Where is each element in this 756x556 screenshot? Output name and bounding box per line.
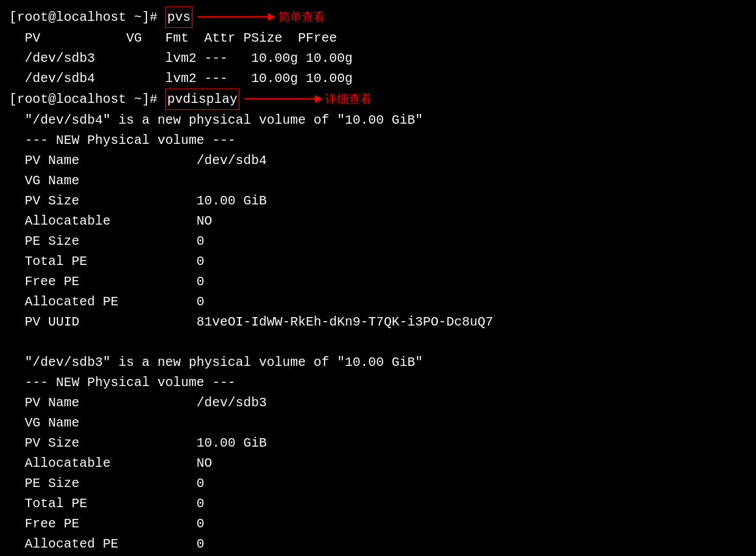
pvs-sdb4-text: /dev/sdb4 lvm2 --- 10.00g 10.00g xyxy=(9,68,353,89)
sdb4-header-line: "/dev/sdb4" is a new physical volume of … xyxy=(9,110,747,130)
sdb3-free-pe-text: Free PE 0 xyxy=(9,514,204,534)
pvs-header: PV VG Fmt Attr PSize PFree xyxy=(9,28,747,48)
sdb4-pv-name-line: PV Name /dev/sdb4 xyxy=(9,150,747,171)
sdb3-pv-size-line: PV Size 10.00 GiB xyxy=(9,433,747,453)
prompt-1: [root@localhost ~]# xyxy=(9,7,165,27)
empty-line-1 xyxy=(9,332,747,352)
sdb3-allocatable-line: Allocatable NO xyxy=(9,453,747,473)
command-line-pvdisplay: [root@localhost ~]# pvdisplay 详细查看 xyxy=(9,89,747,110)
sdb3-free-pe-line: Free PE 0 xyxy=(9,514,747,534)
sdb4-pe-size-text: PE Size 0 xyxy=(9,231,204,251)
pvs-sdb4: /dev/sdb4 lvm2 --- 10.00g 10.00g xyxy=(9,68,747,89)
sdb4-vg-name-text: VG Name xyxy=(9,171,79,191)
sdb4-vg-name-line: VG Name xyxy=(9,171,747,191)
annotation-simple: 简单查看 xyxy=(278,8,325,27)
sdb3-header-line: "/dev/sdb3" is a new physical volume of … xyxy=(9,352,747,372)
pvs-sdb3-text: /dev/sdb3 lvm2 --- 10.00g 10.00g xyxy=(9,48,353,68)
sdb4-free-pe-line: Free PE 0 xyxy=(9,271,747,292)
sdb4-allocatable-text: Allocatable NO xyxy=(9,211,212,231)
command-line-pvs: [root@localhost ~]# pvs 简单查看 xyxy=(9,7,747,28)
svg-marker-1 xyxy=(268,13,276,21)
annotation-detailed: 详细查看 xyxy=(325,90,372,109)
sdb4-total-pe-line: Total PE 0 xyxy=(9,251,747,271)
sdb4-header-text: "/dev/sdb4" is a new physical volume of … xyxy=(9,110,423,130)
arrow-icon-2 xyxy=(245,92,323,106)
terminal-window: [root@localhost ~]# pvs 简单查看 PV VG Fmt A… xyxy=(0,0,756,556)
sdb3-pe-size-text: PE Size 0 xyxy=(9,473,204,493)
sdb4-uuid-text: PV UUID 81veOI-IdWW-RkEh-dKn9-T7QK-i3PO-… xyxy=(9,312,493,332)
sdb4-pv-name-text: PV Name /dev/sdb4 xyxy=(9,150,267,171)
pvs-sdb3: /dev/sdb3 lvm2 --- 10.00g 10.00g xyxy=(9,48,747,68)
sdb4-free-pe-text: Free PE 0 xyxy=(9,271,204,292)
sdb4-pv-size-text: PV Size 10.00 GiB xyxy=(9,191,267,211)
sdb4-new-pv-line: --- NEW Physical volume --- xyxy=(9,130,747,150)
sdb3-allocated-pe-line: Allocated PE 0 xyxy=(9,534,747,554)
sdb3-total-pe-line: Total PE 0 xyxy=(9,493,747,514)
sdb4-new-pv-text: --- NEW Physical volume --- xyxy=(9,130,236,150)
sdb4-allocatable-line: Allocatable NO xyxy=(9,211,747,231)
sdb3-header-text: "/dev/sdb3" is a new physical volume of … xyxy=(9,352,423,372)
sdb4-allocated-pe-text: Allocated PE 0 xyxy=(9,292,204,312)
sdb3-total-pe-text: Total PE 0 xyxy=(9,493,204,514)
sdb3-new-pv-text: --- NEW Physical volume --- xyxy=(9,372,236,393)
sdb3-pv-name-line: PV Name /dev/sdb3 xyxy=(9,393,747,413)
sdb3-allocatable-text: Allocatable NO xyxy=(9,453,212,473)
sdb4-allocated-pe-line: Allocated PE 0 xyxy=(9,292,747,312)
sdb4-total-pe-text: Total PE 0 xyxy=(9,251,204,271)
pvs-command: pvs xyxy=(165,7,193,28)
sdb3-new-pv-line: --- NEW Physical volume --- xyxy=(9,372,747,393)
sdb3-vg-name-text: VG Name xyxy=(9,413,79,433)
arrow-icon-1 xyxy=(198,10,276,24)
prompt-2: [root@localhost ~]# xyxy=(9,89,165,109)
sdb3-pv-size-text: PV Size 10.00 GiB xyxy=(9,433,267,453)
sdb4-uuid-line: PV UUID 81veOI-IdWW-RkEh-dKn9-T7QK-i3PO-… xyxy=(9,312,747,332)
sdb3-vg-name-line: VG Name xyxy=(9,413,747,433)
pvdisplay-command: pvdisplay xyxy=(165,89,239,110)
sdb3-allocated-pe-text: Allocated PE 0 xyxy=(9,534,204,554)
sdb4-pe-size-line: PE Size 0 xyxy=(9,231,747,251)
sdb3-pv-name-text: PV Name /dev/sdb3 xyxy=(9,393,267,413)
pvs-header-text: PV VG Fmt Attr PSize PFree xyxy=(9,28,337,48)
svg-marker-3 xyxy=(315,95,323,103)
sdb3-pe-size-line: PE Size 0 xyxy=(9,473,747,493)
sdb4-pv-size-line: PV Size 10.00 GiB xyxy=(9,191,747,211)
